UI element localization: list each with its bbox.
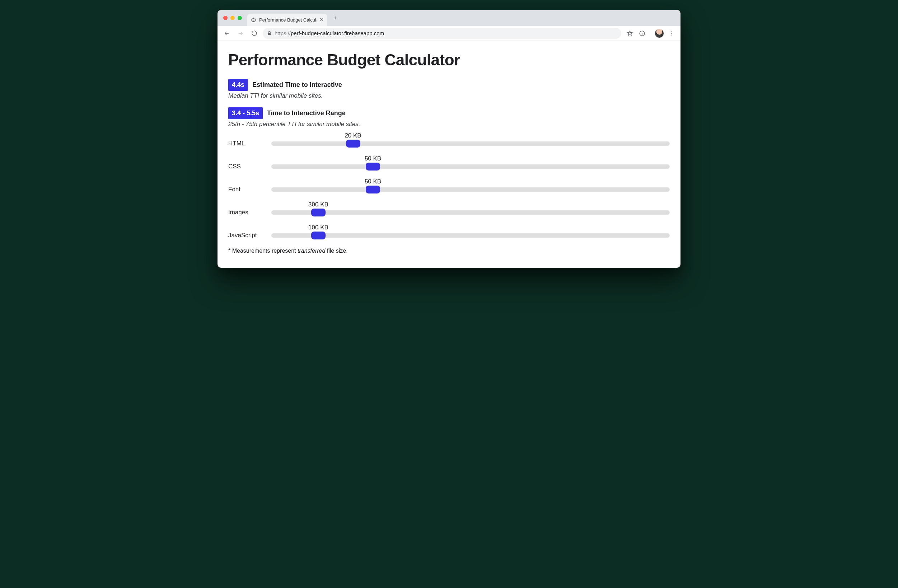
address-bar[interactable]: https://perf-budget-calculator.firebasea… [263,28,621,39]
slider-value-label: 100 KB [308,224,328,231]
overflow-menu-button[interactable] [666,28,676,38]
reload-button[interactable] [249,28,259,38]
slider[interactable]: 20 KB [271,142,670,146]
svg-point-4 [671,34,672,35]
slider-label: Font [228,186,269,193]
slider-list: HTML20 KBCSS50 KBFont50 KBImages300 KBJa… [228,140,670,239]
toolbar-right [625,28,676,38]
slider-label: JavaScript [228,232,269,239]
tti-badge: 4.4s [228,79,248,91]
slider-thumb[interactable] [346,140,360,148]
slider-row: Font50 KB [228,186,670,193]
footnote: * Measurements represent transferred fil… [228,248,670,254]
minimize-window-button[interactable] [231,16,235,20]
tab-title: Performance Budget Calculato [259,17,317,23]
browser-window: Performance Budget Calculato ✕ https://p… [217,10,681,268]
slider-thumb[interactable] [311,231,326,239]
slider-label: CSS [228,163,269,170]
forward-button[interactable] [235,28,246,38]
slider-label: HTML [228,140,269,147]
slider-track[interactable] [271,233,670,238]
slider-value-label: 50 KB [364,155,381,162]
slider-thumb[interactable] [366,186,380,194]
bookmark-star-button[interactable] [625,28,635,38]
zoom-window-button[interactable] [238,16,242,20]
toolbar-divider [651,30,651,37]
tti-subtext: Median TTI for similar mobile sites. [228,92,670,99]
slider[interactable]: 300 KB [271,210,670,215]
tti-range-label: Time to Interactive Range [267,109,346,117]
slider-label: Images [228,209,269,216]
slider-value-label: 50 KB [364,178,381,185]
browser-toolbar: https://perf-budget-calculator.firebasea… [217,26,681,41]
url-text: https://perf-budget-calculator.firebasea… [275,30,384,36]
slider-track[interactable] [271,165,670,169]
svg-point-3 [671,33,672,33]
slider-row: CSS50 KB [228,163,670,170]
slider-value-label: 20 KB [344,132,361,139]
slider[interactable]: 50 KB [271,188,670,192]
slider-row: Images300 KB [228,209,670,216]
tti-range-metric: 3.4 - 5.5s Time to Interactive Range [228,107,670,119]
back-button[interactable] [222,28,232,38]
tti-metric: 4.4s Estimated Time to Interactive [228,79,670,91]
slider-track[interactable] [271,210,670,215]
slider[interactable]: 50 KB [271,165,670,169]
slider-row: HTML20 KB [228,140,670,147]
slider[interactable]: 100 KB [271,233,670,238]
slider-track[interactable] [271,142,670,146]
slider-row: JavaScript100 KB [228,232,670,239]
tti-range-badge: 3.4 - 5.5s [228,107,263,119]
tab-strip: Performance Budget Calculato ✕ [217,10,681,26]
slider-thumb[interactable] [366,163,380,171]
slider-track[interactable] [271,188,670,192]
slider-thumb[interactable] [311,209,326,217]
tab-close-button[interactable]: ✕ [320,17,324,22]
profile-avatar[interactable] [655,29,664,38]
tti-range-subtext: 25th - 75th percentile TTI for similar m… [228,121,670,128]
lock-icon [267,31,272,35]
info-icon[interactable] [637,28,647,38]
window-controls [222,16,244,20]
tti-label: Estimated Time to Interactive [252,81,342,89]
new-tab-button[interactable] [330,13,340,23]
page-title: Performance Budget Calculator [228,51,670,69]
svg-point-2 [671,31,672,32]
globe-icon [251,17,256,23]
slider-value-label: 300 KB [308,201,328,208]
close-window-button[interactable] [223,16,228,20]
browser-tab[interactable]: Performance Budget Calculato ✕ [247,14,328,26]
page-content: Performance Budget Calculator 4.4s Estim… [217,41,681,268]
